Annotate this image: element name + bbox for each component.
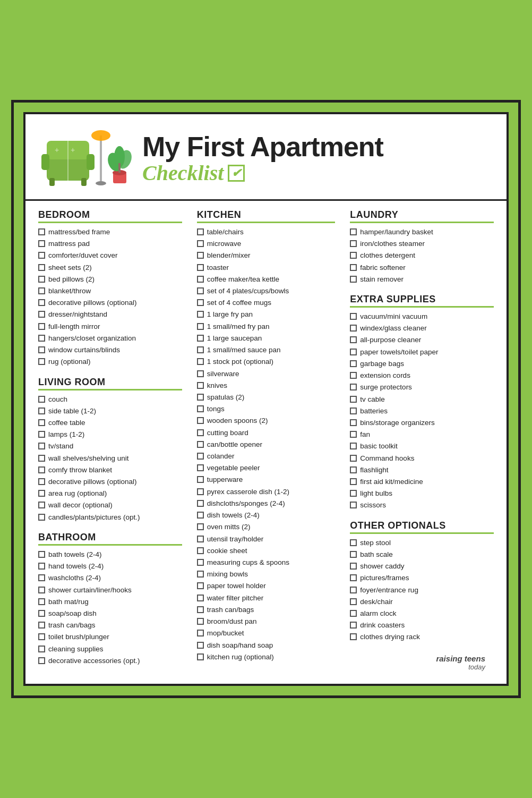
checkbox[interactable] — [350, 551, 357, 558]
checkbox[interactable] — [197, 618, 204, 625]
checkbox[interactable] — [38, 408, 45, 414]
checkbox[interactable] — [350, 264, 357, 271]
checkbox[interactable] — [38, 551, 45, 558]
checkbox[interactable] — [197, 311, 204, 318]
checkbox[interactable] — [197, 559, 204, 566]
checkbox[interactable] — [197, 595, 204, 601]
checkbox[interactable] — [350, 539, 357, 546]
checkbox[interactable] — [197, 523, 204, 530]
checkbox[interactable] — [197, 264, 204, 271]
checkbox[interactable] — [350, 372, 357, 379]
checkbox[interactable] — [350, 478, 357, 485]
checkbox[interactable] — [350, 240, 357, 247]
checkbox[interactable] — [197, 299, 204, 306]
checkbox[interactable] — [350, 563, 357, 570]
checkbox[interactable] — [197, 536, 204, 542]
checkbox[interactable] — [197, 642, 204, 649]
checkbox[interactable] — [197, 417, 204, 424]
checkbox[interactable] — [38, 299, 45, 306]
checkbox[interactable] — [197, 488, 204, 495]
checkbox[interactable] — [197, 382, 204, 389]
checkbox[interactable] — [38, 514, 45, 521]
checkbox[interactable] — [350, 325, 357, 332]
checkbox[interactable] — [38, 502, 45, 508]
checkbox[interactable] — [350, 228, 357, 235]
checkbox[interactable] — [38, 358, 45, 365]
checkbox[interactable] — [38, 252, 45, 259]
checkbox[interactable] — [197, 358, 204, 365]
checkbox[interactable] — [197, 582, 204, 589]
checkbox[interactable] — [350, 349, 357, 355]
checkbox[interactable] — [38, 335, 45, 342]
checkbox[interactable] — [197, 441, 204, 448]
checkbox[interactable] — [197, 370, 204, 377]
checkbox[interactable] — [197, 346, 204, 353]
checkbox[interactable] — [197, 512, 204, 519]
checkbox[interactable] — [197, 276, 204, 283]
checkbox[interactable] — [350, 490, 357, 497]
checkbox[interactable] — [350, 313, 357, 320]
checkbox[interactable] — [350, 336, 357, 343]
checkbox[interactable] — [350, 502, 357, 508]
checkbox[interactable] — [38, 455, 45, 462]
checkbox[interactable] — [197, 571, 204, 578]
checkbox[interactable] — [197, 547, 204, 554]
checkbox[interactable] — [197, 464, 204, 471]
checkbox[interactable] — [350, 622, 357, 629]
checkbox[interactable] — [350, 633, 357, 640]
checkbox[interactable] — [197, 323, 204, 330]
checkbox[interactable] — [38, 228, 45, 235]
checkbox[interactable] — [197, 228, 204, 235]
checkbox[interactable] — [38, 240, 45, 247]
checkbox[interactable] — [38, 587, 45, 593]
checkbox[interactable] — [350, 408, 357, 414]
checkbox[interactable] — [38, 466, 45, 473]
checkbox[interactable] — [197, 453, 204, 460]
checkbox[interactable] — [38, 574, 45, 581]
checkbox[interactable] — [197, 606, 204, 613]
checkbox[interactable] — [38, 346, 45, 353]
checkbox[interactable] — [350, 252, 357, 259]
checkbox[interactable] — [350, 598, 357, 605]
checkbox[interactable] — [350, 610, 357, 617]
checkbox[interactable] — [38, 598, 45, 605]
checkbox[interactable] — [38, 287, 45, 294]
checkbox[interactable] — [350, 574, 357, 581]
checkbox[interactable] — [38, 633, 45, 640]
checkbox[interactable] — [197, 653, 204, 660]
checkbox[interactable] — [38, 443, 45, 449]
checkbox[interactable] — [38, 657, 45, 664]
checkbox[interactable] — [38, 264, 45, 271]
checkbox[interactable] — [197, 394, 204, 401]
checkbox[interactable] — [350, 276, 357, 283]
checkbox[interactable] — [197, 287, 204, 294]
checkbox[interactable] — [197, 335, 204, 342]
checkbox[interactable] — [38, 646, 45, 652]
checkbox[interactable] — [350, 419, 357, 426]
checkbox[interactable] — [350, 455, 357, 462]
checkbox[interactable] — [38, 478, 45, 485]
checkbox[interactable] — [350, 466, 357, 473]
checkbox[interactable] — [350, 396, 357, 403]
checkbox[interactable] — [38, 419, 45, 426]
checkbox[interactable] — [197, 429, 204, 436]
checkbox[interactable] — [197, 240, 204, 247]
checkbox[interactable] — [38, 396, 45, 403]
checkbox[interactable] — [38, 610, 45, 617]
checkbox[interactable] — [38, 490, 45, 497]
checkbox[interactable] — [38, 311, 45, 318]
checkbox[interactable] — [197, 476, 204, 483]
checkbox[interactable] — [350, 443, 357, 449]
checkbox[interactable] — [38, 563, 45, 570]
checkbox[interactable] — [197, 252, 204, 259]
checkbox[interactable] — [197, 405, 204, 412]
checkbox[interactable] — [38, 622, 45, 629]
checkbox[interactable] — [350, 360, 357, 367]
checkbox[interactable] — [38, 276, 45, 283]
checkbox[interactable] — [38, 323, 45, 330]
checkbox[interactable] — [350, 384, 357, 390]
checkbox[interactable] — [38, 431, 45, 438]
checkbox[interactable] — [350, 587, 357, 593]
checkbox[interactable] — [197, 630, 204, 636]
checkbox[interactable] — [197, 500, 204, 507]
